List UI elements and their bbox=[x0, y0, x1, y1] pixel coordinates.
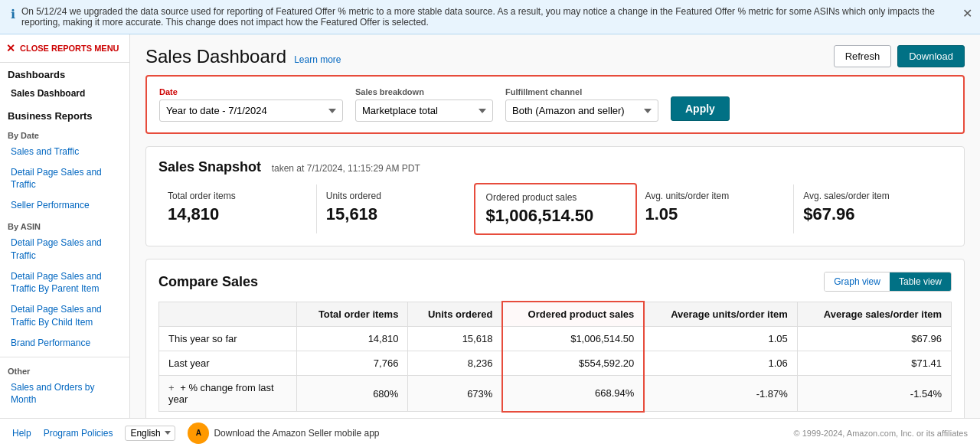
snapshot-title: Sales Snapshot bbox=[158, 159, 261, 175]
snapshot-header: Sales Snapshot taken at 7/1/2024, 11:15:… bbox=[158, 159, 952, 175]
col-header-units-ordered: Units ordered bbox=[408, 302, 503, 327]
sidebar-item-brand-performance[interactable]: Brand Performance bbox=[0, 333, 129, 354]
metric-value-ordered-product-sales: $1,006,514.50 bbox=[486, 206, 626, 226]
col-header-avg-units: Average units/order item bbox=[644, 302, 797, 327]
x-icon: ✕ bbox=[6, 42, 15, 54]
sales-breakdown-select[interactable]: Marketplace total bbox=[355, 100, 493, 122]
fulfillment-select[interactable]: Both (Amazon and seller) bbox=[505, 100, 658, 122]
footer-app: A Download the Amazon Seller mobile app bbox=[188, 423, 379, 444]
col-header-avg-sales: Average sales/order item bbox=[797, 302, 951, 327]
row-label-last-year: Last year bbox=[159, 351, 297, 376]
date-label: Date bbox=[159, 87, 343, 96]
col-header-ordered-product-sales: Ordered product sales bbox=[502, 302, 644, 327]
sales-breakdown-filter-group: Sales breakdown Marketplace total bbox=[355, 87, 493, 122]
row-avg-sales-this-year: $67.96 bbox=[797, 327, 951, 351]
sidebar-item-sales-dashboard[interactable]: Sales Dashboard bbox=[0, 83, 129, 104]
sales-breakdown-label: Sales breakdown bbox=[355, 87, 493, 96]
sidebar-category-by-asin: By ASIN bbox=[0, 216, 129, 233]
row-avg-units-this-year: 1.05 bbox=[644, 327, 797, 351]
program-policies-link[interactable]: Program Policies bbox=[44, 428, 113, 439]
row-units-ordered-this-year: 15,618 bbox=[408, 327, 503, 351]
page-title: Sales Dashboard bbox=[145, 46, 286, 67]
main-content: Sales Dashboard Learn more Refresh Downl… bbox=[130, 34, 980, 418]
sidebar-item-sales-traffic[interactable]: Sales and Traffic bbox=[0, 142, 129, 162]
row-avg-units-last-year: 1.06 bbox=[644, 351, 797, 376]
date-select[interactable]: Year to date - 7/1/2024 bbox=[159, 100, 343, 122]
download-button[interactable]: Download bbox=[897, 45, 965, 67]
view-toggle: Graph view Table view bbox=[824, 272, 952, 292]
amazon-logo-icon: A bbox=[188, 423, 209, 444]
row-total-order-items-this-year: 14,810 bbox=[297, 327, 408, 351]
row-pct-total-order: 680% bbox=[297, 376, 408, 412]
language-select[interactable]: English bbox=[125, 426, 175, 441]
apply-button[interactable]: Apply bbox=[671, 96, 730, 121]
row-label-pct-text: + % change from last year bbox=[168, 382, 274, 405]
info-icon: ℹ bbox=[11, 7, 15, 21]
row-pct-avg-units: -1.87% bbox=[644, 376, 797, 412]
sidebar: ✕ CLOSE REPORTS MENU Dashboards Sales Da… bbox=[0, 34, 130, 418]
col-header-total-order-items: Total order items bbox=[297, 302, 408, 327]
row-label-this-year: This year so far bbox=[159, 327, 297, 351]
footer-app-label: Download the Amazon Seller mobile app bbox=[214, 428, 379, 439]
metric-value-avg-sales: $67.96 bbox=[803, 204, 942, 224]
col-header-label bbox=[159, 302, 297, 327]
compare-section: Compare Sales Graph view Table view Tota… bbox=[145, 259, 965, 418]
close-menu-label: CLOSE REPORTS MENU bbox=[20, 44, 119, 53]
table-row: + + % change from last year 680% 673% 66… bbox=[159, 376, 952, 412]
metric-ordered-product-sales: Ordered product sales $1,006,514.50 bbox=[474, 183, 638, 235]
close-banner-button[interactable]: ✕ bbox=[962, 6, 972, 21]
metric-total-order-items: Total order items 14,810 bbox=[158, 184, 317, 233]
footer-left: Help Program Policies English A Download… bbox=[12, 423, 380, 444]
date-filter-group: Date Year to date - 7/1/2024 bbox=[159, 87, 343, 122]
compare-header: Compare Sales Graph view Table view bbox=[158, 272, 952, 292]
close-reports-menu-button[interactable]: ✕ CLOSE REPORTS MENU bbox=[0, 34, 129, 63]
metric-value-total-order-items: 14,810 bbox=[168, 204, 307, 224]
sidebar-other-label: Other bbox=[0, 361, 129, 377]
sidebar-section-business-reports[interactable]: Business Reports bbox=[0, 104, 129, 125]
metric-avg-sales: Avg. sales/order item $67.96 bbox=[794, 184, 952, 233]
metric-value-units-ordered: 15,618 bbox=[326, 204, 466, 224]
footer: Help Program Policies English A Download… bbox=[0, 418, 980, 447]
snapshot-taken-at: taken at 7/1/2024, 11:15:29 AM PDT bbox=[272, 163, 420, 174]
refresh-button[interactable]: Refresh bbox=[834, 45, 892, 67]
sidebar-category-by-date: By Date bbox=[0, 125, 129, 142]
filters-section: Date Year to date - 7/1/2024 Sales break… bbox=[145, 75, 965, 134]
table-row: Last year 7,766 8,236 $554,592.20 1.06 $… bbox=[159, 351, 952, 376]
sidebar-item-detail-page-asin[interactable]: Detail Page Sales and Traffic bbox=[0, 233, 129, 266]
fulfillment-label: Fulfillment channel bbox=[505, 87, 658, 96]
metric-label-ordered-product-sales: Ordered product sales bbox=[486, 192, 626, 203]
expand-icon: + bbox=[168, 382, 175, 393]
sidebar-item-seller-performance[interactable]: Seller Performance bbox=[0, 195, 129, 216]
row-pct-avg-sales: -1.54% bbox=[797, 376, 951, 412]
row-total-order-items-last-year: 7,766 bbox=[297, 351, 408, 376]
sidebar-item-detail-page-sales[interactable]: Detail Page Sales and Traffic bbox=[0, 162, 129, 196]
compare-table: Total order items Units ordered Ordered … bbox=[158, 301, 952, 413]
row-product-sales-this-year: $1,006,514.50 bbox=[502, 327, 644, 351]
notification-text: On 5/12/24 we upgraded the data source u… bbox=[21, 6, 969, 28]
page-title-group: Sales Dashboard Learn more bbox=[145, 46, 341, 67]
row-label-pct-change: + + % change from last year bbox=[159, 376, 297, 412]
metric-label-total-order-items: Total order items bbox=[168, 191, 307, 201]
row-pct-units: 673% bbox=[408, 376, 503, 412]
table-row: This year so far 14,810 15,618 $1,006,51… bbox=[159, 327, 952, 351]
help-link[interactable]: Help bbox=[12, 428, 31, 439]
snapshot-metrics: Total order items 14,810 Units ordered 1… bbox=[158, 184, 952, 233]
sidebar-item-sales-orders-month[interactable]: Sales and Orders by Month bbox=[0, 377, 129, 411]
metric-value-avg-units: 1.05 bbox=[645, 204, 784, 224]
page-header: Sales Dashboard Learn more Refresh Downl… bbox=[145, 34, 965, 75]
compare-title: Compare Sales bbox=[158, 274, 258, 290]
snapshot-section: Sales Snapshot taken at 7/1/2024, 11:15:… bbox=[145, 146, 965, 246]
metric-avg-units: Avg. units/order item 1.05 bbox=[635, 184, 794, 233]
header-actions: Refresh Download bbox=[834, 45, 965, 67]
notification-banner: ℹ On 5/12/24 we upgraded the data source… bbox=[0, 0, 980, 34]
table-view-button[interactable]: Table view bbox=[890, 272, 951, 291]
graph-view-button[interactable]: Graph view bbox=[825, 272, 890, 291]
learn-more-link[interactable]: Learn more bbox=[294, 54, 341, 65]
metric-label-avg-sales: Avg. sales/order item bbox=[803, 191, 942, 201]
sidebar-item-detail-page-child[interactable]: Detail Page Sales and Traffic By Child I… bbox=[0, 299, 129, 333]
sidebar-section-dashboards[interactable]: Dashboards bbox=[0, 63, 129, 83]
sidebar-item-detail-page-parent[interactable]: Detail Page Sales and Traffic By Parent … bbox=[0, 266, 129, 300]
fulfillment-filter-group: Fulfillment channel Both (Amazon and sel… bbox=[505, 87, 658, 122]
metric-label-units-ordered: Units ordered bbox=[326, 191, 466, 201]
metric-label-avg-units: Avg. units/order item bbox=[645, 191, 784, 201]
